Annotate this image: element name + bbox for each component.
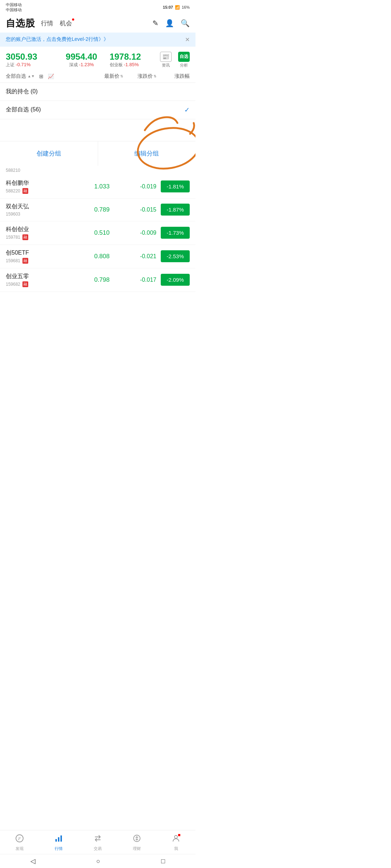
rong-tag-2: 融 — [22, 234, 28, 240]
edit-icon[interactable]: ✎ — [152, 19, 159, 27]
stock-info-0: 科创鹏华 588220 融 — [6, 179, 62, 194]
clock: 15:07 — [163, 5, 173, 9]
stock-info-3: 创50ETF 159681 融 — [6, 249, 62, 264]
promo-banner[interactable]: 您的账户已激活，点击免费抢Level-2行情》》 ✕ — [0, 33, 196, 47]
stock-pct-2: -1.73% — [161, 227, 190, 239]
bottom-spacer — [0, 292, 196, 332]
stock-name-0: 科创鹏华 — [6, 179, 62, 187]
signal-icon: 📶 — [175, 5, 180, 10]
nav-opportunity[interactable]: 机会 — [60, 19, 72, 27]
create-group-button[interactable]: 创建分组 — [0, 141, 98, 166]
stock-rows: 科创鹏华 588220 融 1.033 -0.019 -1.81% 双创天弘 1… — [0, 175, 196, 292]
shenzhen-value: 9954.40 — [56, 52, 106, 62]
stock-info-2: 科创创业 159781 融 — [6, 226, 62, 240]
status-right: 15:07 📶 16% — [163, 5, 190, 10]
spacer — [0, 119, 196, 141]
nav-links: 行情 机会 — [41, 19, 147, 27]
stock-item[interactable]: 科创创业 159781 融 0.510 -0.009 -1.73% — [0, 221, 196, 245]
stock-name-2: 科创创业 — [6, 226, 62, 233]
partial-code: 588210 — [0, 166, 196, 175]
col-latest-price[interactable]: 最新价 ⇅ — [94, 73, 123, 80]
stock-list: 588210 科创鹏华 588220 融 1.033 -0.019 -1.81%… — [0, 166, 196, 292]
chinext-change: -1.85% — [124, 62, 139, 67]
holding-label: 我的持仓 (0) — [6, 88, 38, 95]
filter-bar: 全部自选 ▲▼ ⊞ 📈 最新价 ⇅ 涨跌价 ⇅ 涨跌幅 — [0, 70, 196, 83]
stock-item[interactable]: 科创鹏华 588220 融 1.033 -0.019 -1.81% — [0, 175, 196, 199]
group-actions: 创建分组 编辑分组 — [0, 141, 196, 166]
split-buttons-row: 创建分组 编辑分组 — [0, 141, 196, 166]
stock-info-1: 双创天弘 159603 — [6, 203, 62, 217]
index-shenzhen[interactable]: 9954.40 深成 -1.23% — [56, 52, 106, 68]
group-label: 全部自选 — [6, 73, 26, 80]
app-title: 自选股 — [6, 17, 35, 30]
stock-code-2: 159781 — [6, 235, 20, 240]
carrier-info: 中国移动 中国移动 — [6, 2, 22, 13]
stock-code-4: 159682 — [6, 282, 20, 287]
col1-label: 最新价 — [104, 73, 119, 80]
shenzhen-name: 深成 — [69, 62, 78, 67]
index-tool-icons: 📰 资讯 自选 分析 — [160, 52, 190, 68]
analysis-icon: 自选 — [178, 52, 190, 62]
shanghai-change: -0.71% — [16, 62, 30, 67]
col-change-pct: 涨跌幅 — [161, 73, 190, 80]
stock-change-4: -0.017 — [114, 277, 161, 283]
stock-change-1: -0.015 — [114, 207, 161, 213]
col2-label: 涨跌价 — [138, 73, 153, 80]
stock-change-0: -0.019 — [114, 183, 161, 190]
edit-group-button[interactable]: 编辑分组 — [98, 141, 196, 166]
news-button[interactable]: 📰 资讯 — [160, 52, 172, 68]
stock-name-3: 创50ETF — [6, 249, 62, 257]
stock-code-row-4: 159682 融 — [6, 281, 62, 287]
stock-price-4: 0.798 — [62, 276, 114, 284]
nav-icons: ✎ 👤 🔍 — [152, 19, 190, 27]
stock-item[interactable]: 双创天弘 159603 0.789 -0.015 -1.87% — [0, 199, 196, 221]
filter-group-selector[interactable]: 全部自选 ▲▼ ⊞ 📈 — [6, 73, 54, 80]
section-watchlist[interactable]: 全部自选 (56) ✓ — [0, 101, 196, 119]
notification-dot — [72, 18, 74, 21]
stock-pct-0: -1.81% — [161, 180, 190, 192]
chart-view-icon[interactable]: 📈 — [48, 73, 54, 79]
stock-item[interactable]: 创业五零 159682 融 0.798 -0.017 -2.09% — [0, 268, 196, 292]
sort-arrow-icon: ▲▼ — [28, 74, 35, 78]
col3-label: 涨跌幅 — [175, 73, 190, 80]
close-icon[interactable]: ✕ — [185, 36, 190, 43]
index-chinext[interactable]: 1978.12 创业板 -1.85% — [110, 52, 160, 68]
stock-code-row-1: 159603 — [6, 212, 62, 217]
stock-code-1: 159603 — [6, 212, 20, 217]
top-nav: 自选股 行情 机会 ✎ 👤 🔍 — [0, 14, 196, 33]
rong-tag-3: 融 — [22, 258, 28, 264]
grid-view-icon[interactable]: ⊞ — [39, 73, 43, 79]
stock-name-1: 双创天弘 — [6, 203, 62, 210]
stock-pct-1: -1.87% — [161, 204, 190, 216]
rong-tag-0: 融 — [22, 188, 28, 194]
index-row: 3050.93 上证 -0.71% 9954.40 深成 -1.23% 1978… — [0, 47, 196, 70]
shanghai-name: 上证 — [6, 62, 14, 67]
search-icon[interactable]: 🔍 — [181, 19, 190, 27]
shanghai-value: 3050.93 — [6, 52, 56, 62]
chinext-value: 1978.12 — [110, 52, 160, 62]
stock-name-4: 创业五零 — [6, 273, 62, 280]
banner-text: 您的账户已激活，点击免费抢Level-2行情》》 — [6, 36, 109, 43]
col-change-price[interactable]: 涨跌价 ⇅ — [127, 73, 156, 80]
stock-item[interactable]: 创50ETF 159681 融 0.808 -0.021 -2.53% — [0, 245, 196, 268]
stock-change-3: -0.021 — [114, 253, 161, 260]
news-icon: 📰 — [160, 52, 172, 62]
col1-sort-icon: ⇅ — [120, 74, 123, 78]
stock-price-0: 1.033 — [62, 183, 114, 190]
stock-change-2: -0.009 — [114, 230, 161, 236]
nav-market[interactable]: 行情 — [41, 19, 53, 27]
stock-price-3: 0.808 — [62, 253, 114, 260]
index-shanghai[interactable]: 3050.93 上证 -0.71% — [6, 52, 56, 68]
analysis-button[interactable]: 自选 分析 — [178, 52, 190, 68]
news-label: 资讯 — [162, 63, 170, 68]
carrier1: 中国移动 — [6, 2, 22, 7]
battery-level: 16% — [182, 5, 190, 9]
stock-code-row-0: 588220 融 — [6, 188, 62, 194]
analysis-label: 分析 — [180, 63, 188, 68]
shenzhen-change: -1.23% — [79, 62, 94, 67]
section-holding[interactable]: 我的持仓 (0) — [0, 83, 196, 101]
stock-pct-4: -2.09% — [161, 274, 190, 286]
stock-code-0: 588220 — [6, 188, 20, 193]
rong-tag-4: 融 — [22, 281, 28, 287]
user-icon[interactable]: 👤 — [165, 19, 174, 27]
